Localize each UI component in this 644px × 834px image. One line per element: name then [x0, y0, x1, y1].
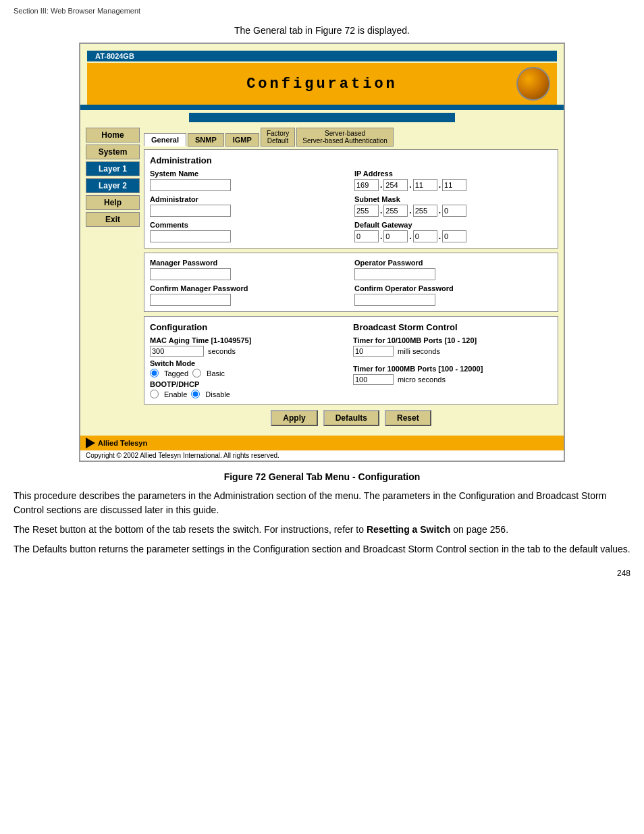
default-gateway-row: . . . [354, 230, 552, 242]
confirm-manager-label: Confirm Manager Password [150, 284, 348, 292]
subnet-mask-row: . . . [354, 205, 552, 217]
timer-1000-label: Timer for 1000MB Ports [100 - 12000] [353, 365, 552, 373]
config-title-bar: Configuration [87, 63, 557, 105]
bootp-enable-radio[interactable] [150, 390, 159, 398]
ip-octet3[interactable] [413, 179, 437, 191]
broadcast-section-title: Broadcast Storm Control [353, 322, 552, 332]
tab-igmp[interactable]: IGMP [225, 133, 259, 147]
tagged-radio[interactable] [150, 369, 159, 377]
nav-layer2[interactable]: Layer 2 [86, 178, 140, 193]
defaults-button[interactable]: Defaults [323, 410, 379, 426]
gateway-dot2: . [409, 232, 411, 241]
bootp-disable-radio[interactable] [191, 390, 200, 398]
subnet-octet3[interactable] [413, 205, 437, 217]
timer-1000-unit: micro seconds [398, 375, 446, 384]
subnet-mask-label: Subnet Mask [354, 195, 552, 203]
admin-fields-grid: System Name Administrator Comments [150, 170, 552, 242]
config-section-title: Configuration [150, 322, 349, 332]
footer-brand: Allied Telesyn [98, 439, 147, 447]
blue-bar-top [80, 105, 564, 110]
ip-octet1[interactable] [354, 179, 379, 191]
ip-octet4[interactable] [442, 179, 466, 191]
gateway-octet1[interactable] [354, 230, 379, 242]
cb-content: MAC Aging Time [1-1049575] seconds Switc… [150, 336, 552, 398]
subnet-octet4[interactable] [442, 205, 466, 217]
gateway-octet3[interactable] [413, 230, 437, 242]
administrator-label: Administrator [150, 195, 348, 203]
allied-logo: Allied Telesyn [86, 438, 147, 448]
confirm-operator-input[interactable] [354, 294, 435, 306]
reset-button[interactable]: Reset [385, 410, 431, 426]
comments-group: Comments [150, 221, 348, 242]
gateway-octet2[interactable] [383, 230, 408, 242]
body-para-2: The Reset button at the bottom of the ta… [14, 523, 630, 537]
subnet-mask-group: Subnet Mask . . . [354, 195, 552, 217]
reset-link-bold: Resetting a Switch [367, 524, 450, 535]
confirm-manager-input[interactable] [150, 294, 231, 306]
nav-layer1[interactable]: Layer 1 [86, 161, 140, 176]
config-left: MAC Aging Time [1-1049575] seconds Switc… [150, 336, 349, 398]
system-name-label: System Name [150, 170, 348, 178]
operator-password-label: Operator Password [354, 259, 552, 267]
apply-button[interactable]: Apply [271, 410, 317, 426]
bootp-disable-label: Disable [205, 390, 230, 398]
mac-aging-input[interactable] [150, 346, 204, 357]
ip-dot2: . [409, 180, 411, 190]
administration-section: Administration System Name Administrator [144, 149, 558, 249]
footer-copyright: Copyright © 2002 Allied Telesyn Internat… [80, 450, 564, 461]
mac-aging-label: MAC Aging Time [1-1049575] [150, 336, 349, 344]
timer-10-100-unit: milli seconds [398, 347, 440, 355]
password-section: Manager Password Operator Password Confi… [144, 253, 558, 312]
timer-10-100-input[interactable] [353, 346, 394, 357]
ip-octet2[interactable] [383, 179, 408, 191]
subnet-dot2: . [409, 206, 411, 215]
subnet-octet2[interactable] [383, 205, 408, 217]
timer-1000-input[interactable] [353, 374, 394, 385]
broadcast-right: Timer for 10/100MB Ports [10 - 120] mill… [353, 336, 552, 398]
tab-general[interactable]: General [144, 133, 186, 147]
figure-caption: Figure 72 General Tab Menu - Configurati… [14, 471, 630, 482]
page-number: 248 [0, 562, 644, 585]
operator-password-group: Operator Password [354, 259, 552, 280]
globe-icon [516, 67, 550, 101]
confirm-manager-group: Confirm Manager Password [150, 284, 348, 306]
nav-help[interactable]: Help [86, 195, 140, 210]
comments-input[interactable] [150, 230, 231, 242]
default-gateway-group: Default Gateway . . . [354, 221, 552, 242]
operator-password-input[interactable] [354, 268, 435, 280]
gateway-dot1: . [380, 232, 382, 241]
bootp-radio-group: Enable Disable [150, 390, 349, 398]
basic-radio[interactable] [192, 369, 201, 377]
bootp-label: BOOTP/DHCP [150, 380, 349, 388]
timer-10-100-group: Timer for 10/100MB Ports [10 - 120] mill… [353, 336, 552, 357]
default-gateway-label: Default Gateway [354, 221, 552, 229]
config-title: Configuration [128, 76, 516, 93]
nav-exit[interactable]: Exit [86, 212, 140, 227]
tab-snmp[interactable]: SNMP [188, 133, 224, 147]
admin-left-col: System Name Administrator Comments [150, 170, 348, 242]
nav-home[interactable]: Home [86, 128, 140, 142]
timer-10-100-label: Timer for 10/100MB Ports [10 - 120] [353, 336, 552, 344]
gateway-octet4[interactable] [442, 230, 466, 242]
nav-system[interactable]: System [86, 145, 140, 159]
screenshot-container: AT-8024GB Configuration Home System Laye… [79, 43, 565, 462]
switch-mode-group: Switch Mode Tagged Basic [150, 359, 349, 377]
tab-server-line2: Server-based Authentication [302, 137, 387, 145]
tab-server-auth[interactable]: Server-based Server-based Authentication [296, 128, 394, 147]
mac-aging-group: MAC Aging Time [1-1049575] seconds [150, 336, 349, 357]
ip-address-label: IP Address [354, 170, 552, 178]
subnet-octet1[interactable] [354, 205, 379, 217]
right-panel: General SNMP IGMP Factory Default Server… [144, 128, 558, 430]
admin-title: Administration [150, 155, 552, 165]
manager-password-input[interactable] [150, 268, 231, 280]
system-name-input[interactable] [150, 179, 231, 191]
confirm-operator-label: Confirm Operator Password [354, 284, 552, 292]
tab-factory-default[interactable]: Factory Default [261, 128, 295, 147]
administrator-input[interactable] [150, 205, 231, 217]
basic-label: Basic [207, 369, 225, 377]
manager-password-group: Manager Password [150, 259, 348, 280]
main-content: Home System Layer 1 Layer 2 Help Exit Ge… [80, 122, 564, 436]
config-broadcast-section: Configuration Broadcast Storm Control MA… [144, 316, 558, 405]
buttons-row: Apply Defaults Reset [144, 410, 558, 430]
gateway-dot3: . [439, 232, 441, 241]
